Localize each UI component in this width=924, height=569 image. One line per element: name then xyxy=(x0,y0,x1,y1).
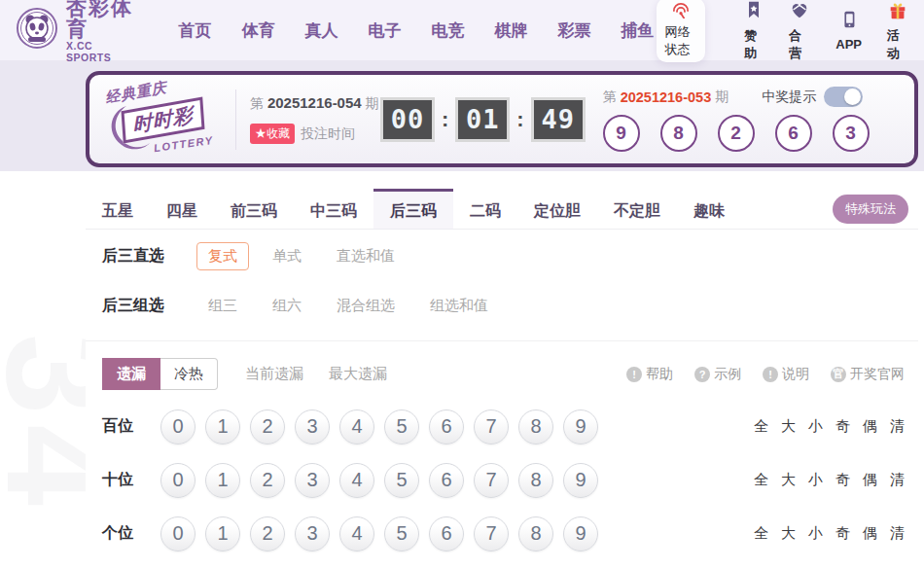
nav-item[interactable]: 彩票 xyxy=(556,14,593,48)
play-mode-tab[interactable]: 前三码 xyxy=(214,189,294,229)
number-ball[interactable]: 7 xyxy=(474,409,509,445)
number-ball[interactable]: 9 xyxy=(563,409,598,445)
lottery-logo-line3: LOTTERY xyxy=(153,134,214,154)
help-link[interactable]: 官 开奖官网 xyxy=(831,366,905,383)
favorite-button[interactable]: ★收藏 xyxy=(250,124,295,144)
bet-option[interactable]: 单式 xyxy=(261,242,313,270)
sponsor-link[interactable]: 赞助 xyxy=(744,0,764,62)
bet-group-combo: 后三组选 组三组六混合组选组选和值 xyxy=(86,283,918,329)
network-status-card[interactable]: 网络状态 xyxy=(657,0,706,62)
bookmark-star-icon xyxy=(744,0,764,24)
bet-option[interactable]: 复式 xyxy=(196,242,249,270)
row-action-button[interactable]: 全 xyxy=(754,417,768,436)
cooperation-link[interactable]: 合营 xyxy=(789,0,810,62)
miss-link[interactable]: 最大遗漏 xyxy=(329,365,387,383)
number-ball[interactable]: 3 xyxy=(295,409,330,445)
number-ball[interactable]: 1 xyxy=(205,463,240,498)
number-ball[interactable]: 8 xyxy=(518,516,553,551)
play-mode-tab[interactable]: 二码 xyxy=(453,189,517,229)
number-ball[interactable]: 4 xyxy=(339,463,374,498)
row-action-button[interactable]: 清 xyxy=(890,417,905,436)
row-action-button[interactable]: 全 xyxy=(754,471,768,489)
number-ball[interactable]: 2 xyxy=(250,516,285,551)
play-mode-tab[interactable]: 后三码 xyxy=(373,189,453,229)
number-ball[interactable]: 2 xyxy=(250,463,285,498)
bet-option[interactable]: 组选和值 xyxy=(418,292,500,320)
help-circle-icon: ! xyxy=(763,367,778,382)
play-mode-tab[interactable]: 不定胆 xyxy=(597,189,677,229)
number-ball[interactable]: 4 xyxy=(339,409,374,445)
number-ball[interactable]: 5 xyxy=(384,516,419,551)
number-ball[interactable]: 0 xyxy=(160,516,195,551)
help-link[interactable]: ? 示例 xyxy=(694,366,741,383)
bet-option[interactable]: 组六 xyxy=(261,292,313,320)
number-ball[interactable]: 1 xyxy=(205,409,240,445)
row-action-button[interactable]: 奇 xyxy=(835,417,850,436)
brand-logo[interactable]: 杏彩体育 X.CC SPORTS xyxy=(16,0,140,63)
row-action-button[interactable]: 奇 xyxy=(835,524,850,543)
row-action-button[interactable]: 奇 xyxy=(835,471,850,489)
segment-button[interactable]: 遗漏 xyxy=(102,358,160,390)
help-link[interactable]: ! 帮助 xyxy=(626,366,673,383)
row-action-button[interactable]: 大 xyxy=(781,471,796,489)
number-ball[interactable]: 4 xyxy=(339,516,374,551)
number-ball[interactable]: 9 xyxy=(563,463,598,498)
row-label: 十位 xyxy=(102,470,160,490)
bet-option[interactable]: 直选和值 xyxy=(325,242,407,270)
win-tip-toggle[interactable] xyxy=(824,87,863,107)
miss-link[interactable]: 当前遗漏 xyxy=(245,365,303,383)
number-ball[interactable]: 7 xyxy=(474,516,509,551)
nav-item[interactable]: 电竞 xyxy=(430,14,467,48)
row-label: 百位 xyxy=(102,416,160,437)
play-mode-tab[interactable]: 五星 xyxy=(86,189,150,229)
lottery-banner: 经典重庆 时时彩 LOTTERY 第 20251216-054 期 ★收藏 投注… xyxy=(86,71,918,167)
number-ball[interactable]: 5 xyxy=(384,463,419,498)
nav-item[interactable]: 真人 xyxy=(303,14,340,48)
number-ball[interactable]: 1 xyxy=(205,516,240,551)
row-action-button[interactable]: 清 xyxy=(890,471,905,489)
number-ball[interactable]: 0 xyxy=(160,409,195,445)
activity-link[interactable]: 活动 xyxy=(887,0,908,62)
nav-item[interactable]: 体育 xyxy=(240,14,277,48)
number-ball[interactable]: 3 xyxy=(295,516,330,551)
number-ball[interactable]: 9 xyxy=(563,516,598,551)
row-action-button[interactable]: 偶 xyxy=(863,471,877,489)
number-ball[interactable]: 6 xyxy=(429,409,464,445)
play-mode-tab[interactable]: 中三码 xyxy=(294,189,373,229)
number-ball[interactable]: 7 xyxy=(474,463,509,498)
play-mode-tab[interactable]: 定位胆 xyxy=(517,189,597,229)
nav-item[interactable]: 捕鱼 xyxy=(620,14,657,48)
number-ball[interactable]: 0 xyxy=(160,463,195,498)
app-link[interactable]: APP xyxy=(835,9,862,52)
number-ball[interactable]: 3 xyxy=(295,463,330,498)
row-action-button[interactable]: 小 xyxy=(808,471,823,489)
number-ball[interactable]: 5 xyxy=(384,409,419,445)
nav-item[interactable]: 电子 xyxy=(367,14,404,48)
nav-item[interactable]: 首页 xyxy=(177,14,214,48)
bet-option[interactable]: 组三 xyxy=(196,292,249,320)
result-ball: 3 xyxy=(833,115,870,152)
help-link-label: 示例 xyxy=(714,366,741,383)
number-ball[interactable]: 6 xyxy=(429,516,464,551)
row-action-button[interactable]: 大 xyxy=(781,417,796,436)
row-action-button[interactable]: 偶 xyxy=(863,417,877,436)
number-ball[interactable]: 8 xyxy=(518,463,553,498)
help-circle-icon: ? xyxy=(694,367,710,382)
play-mode-tab[interactable]: 四星 xyxy=(150,189,214,229)
help-link[interactable]: ! 说明 xyxy=(763,366,809,383)
bet-option[interactable]: 混合组选 xyxy=(325,292,407,320)
nav-item[interactable]: 棋牌 xyxy=(493,14,530,48)
last-period-prefix: 第 xyxy=(603,89,617,106)
row-action-button[interactable]: 清 xyxy=(890,524,905,543)
row-action-button[interactable]: 全 xyxy=(754,524,768,543)
special-play-button[interactable]: 特殊玩法 xyxy=(833,195,908,224)
segment-button[interactable]: 冷热 xyxy=(160,358,218,390)
number-ball[interactable]: 2 xyxy=(250,409,285,445)
number-ball[interactable]: 6 xyxy=(429,463,464,498)
number-ball[interactable]: 8 xyxy=(518,409,553,445)
row-action-button[interactable]: 小 xyxy=(808,524,823,543)
play-mode-tab[interactable]: 趣味 xyxy=(677,189,741,229)
row-action-button[interactable]: 偶 xyxy=(863,524,877,543)
row-action-button[interactable]: 大 xyxy=(781,524,796,543)
row-action-button[interactable]: 小 xyxy=(808,417,823,436)
